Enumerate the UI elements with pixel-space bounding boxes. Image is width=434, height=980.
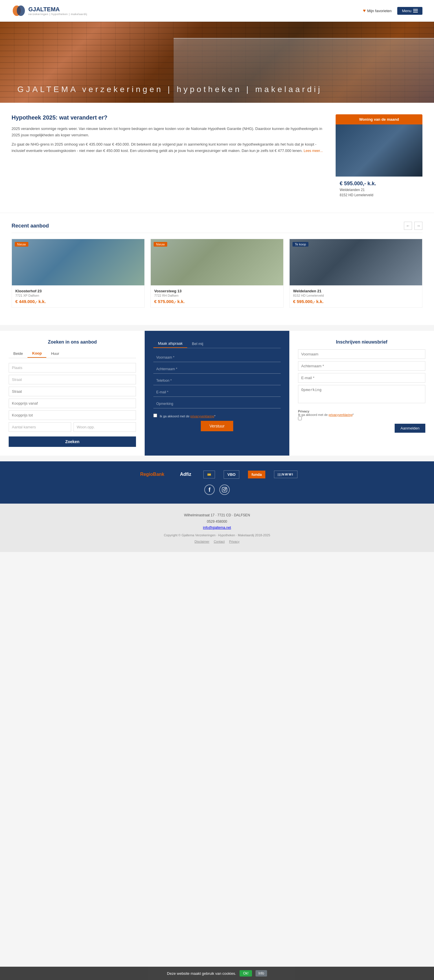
featured-city: 8152 HD Lemelerveld: [340, 193, 418, 197]
appt-phone[interactable]: [153, 376, 281, 385]
property-card-3[interactable]: Te koop Weldelanden 21 8152 HD Lemelerve…: [289, 239, 423, 308]
property-badge-2: Nieuw: [154, 242, 167, 247]
instagram-icon[interactable]: [219, 485, 230, 495]
favorites-link[interactable]: ♥ Mijn favorieten: [363, 8, 391, 13]
appt-firstname[interactable]: [153, 353, 281, 362]
newsletter-box: Inschrijven nieuwsbrief Privacy Ik ga ak…: [289, 331, 434, 455]
logo-icon: [11, 3, 26, 18]
nav-arrows: ← →: [404, 222, 423, 230]
recent-title: Recent aanbod: [11, 223, 49, 229]
search-tabs: Beide Koop Huur: [9, 349, 136, 358]
newsletter-note[interactable]: [298, 385, 425, 403]
property-price-2: € 575.000,- k.k.: [154, 299, 280, 304]
newsletter-privacy: Privacy Ik ga akkoord met de privacyverk…: [298, 410, 425, 421]
facebook-icon[interactable]: f: [204, 485, 215, 495]
hero-image: GJALTEMA verzekeringen | hypotheken | ma…: [0, 22, 434, 103]
property-image-3: Te koop: [289, 239, 422, 285]
appt-tab-afspraak[interactable]: Maak afspraak: [153, 339, 187, 348]
newsletter-privacy-desc: Ik ga akkoord met de: [298, 413, 329, 417]
newsletter-privacy-link[interactable]: privacyverklaring: [329, 413, 353, 417]
appt-submit-button[interactable]: Verstuur: [201, 421, 233, 431]
search-button[interactable]: Zoeken: [9, 436, 136, 447]
menu-icon: [413, 9, 418, 13]
property-info-1: Kloosterhof 23 7721 XP Dalfsen € 449.000…: [12, 285, 145, 307]
appt-tab-bel[interactable]: Bel mij: [187, 339, 208, 348]
featured-price: € 595.000,- k.k.: [340, 181, 418, 187]
read-more-link[interactable]: Lees meer...: [304, 149, 323, 153]
featured-info: € 595.000,- k.k. Weldelanden 21 8152 HD …: [335, 177, 423, 201]
property-card-2[interactable]: Nieuw Vossersteeg 13 7722 RH Dalfsen € 5…: [151, 239, 283, 308]
svg-point-1: [17, 5, 25, 16]
featured-property[interactable]: Woning van de maand € 595.000,- k.k. Wel…: [335, 115, 423, 201]
property-image-2: Nieuw: [151, 239, 283, 285]
menu-button[interactable]: Menu: [397, 7, 423, 15]
appt-note[interactable]: [153, 399, 281, 408]
newsletter-submit[interactable]: Aanmelden: [395, 424, 425, 433]
heart-icon: ♥: [363, 8, 366, 13]
search-row: Aantal kamers Woon.opp.: [9, 422, 136, 434]
partner-funda: funda: [248, 471, 265, 479]
search-street-input[interactable]: [9, 387, 136, 396]
newsletter-lastname[interactable]: [298, 361, 425, 371]
property-card-1[interactable]: Nieuw Kloosterhof 23 7721 XP Dalfsen € 4…: [11, 239, 145, 308]
search-price-to[interactable]: [9, 410, 136, 420]
featured-image: [335, 124, 423, 177]
article-body1: 2025 veranderen sommige regels weer. Van…: [11, 126, 327, 138]
partner-regiobank: RegioBank: [137, 470, 168, 479]
featured-card[interactable]: Woning van de maand € 595.000,- k.k. Wel…: [335, 115, 423, 201]
partner-card: 💳: [203, 471, 215, 479]
search-box: Zoeken in ons aanbod Beide Koop Huur Pla…: [0, 331, 145, 455]
property-price-3: € 595.000,- k.k.: [293, 299, 419, 304]
featured-badge: Woning van de maand: [335, 115, 423, 124]
next-arrow[interactable]: →: [414, 222, 423, 230]
newsletter-email[interactable]: [298, 373, 425, 383]
article-body2: Zo gaat de NHG-grens in 2025 omhoog van …: [11, 141, 327, 154]
newsletter-firstname[interactable]: [298, 349, 425, 359]
hero-section: GJALTEMA verzekeringen | hypotheken | ma…: [0, 22, 434, 103]
search-place[interactable]: Plaats: [9, 363, 136, 372]
footer-street: Wilhelminastraat 17 · 7721 CD · DALFSEN: [184, 513, 250, 517]
partners-logos: RegioBank Adfiz 💳 VBO funda |||NWWI: [11, 470, 423, 479]
logo-name: GJALTEMA: [29, 6, 87, 13]
footer-email[interactable]: info@gjaltema.net: [203, 526, 231, 530]
search-title: Zoeken in ons aanbod: [9, 339, 136, 345]
footer-contact[interactable]: Contact: [214, 540, 225, 543]
search-tab-huur[interactable]: Huur: [46, 349, 64, 358]
search-tab-beide[interactable]: Beide: [9, 349, 27, 358]
content-section: Hypotheek 2025: wat verandert er? 2025 v…: [0, 103, 434, 213]
svg-point-3: [224, 489, 226, 491]
newsletter-privacy-label: Privacy: [298, 410, 309, 413]
search-street[interactable]: Straat: [9, 375, 136, 384]
search-rooms[interactable]: Aantal kamers: [9, 422, 71, 432]
property-badge-3: Te koop: [293, 242, 308, 247]
property-name-2: Vossersteeg 13: [154, 289, 280, 293]
newsletter-checkbox[interactable]: [298, 417, 302, 420]
property-price-1: € 449.000,- k.k.: [15, 299, 141, 304]
property-city-2: 7722 RH Dalfsen: [154, 294, 280, 297]
appt-lastname[interactable]: [153, 364, 281, 374]
search-tab-koop[interactable]: Koop: [27, 349, 46, 358]
partners-section: RegioBank Adfiz 💳 VBO funda |||NWWI f: [0, 461, 434, 504]
appointment-box: Maak afspraak Bel mij Ik ga akkoord met …: [145, 331, 289, 455]
footer-privacy[interactable]: Privacy: [229, 540, 240, 543]
partner-nwwi: |||NWWI: [274, 471, 297, 478]
footer-phone: 0529 458000: [207, 520, 227, 523]
search-type[interactable]: Woon.opp.: [73, 422, 136, 432]
favorites-label: Mijn favorieten: [367, 9, 392, 13]
property-badge-1: Nieuw: [15, 242, 29, 247]
appt-email[interactable]: [153, 388, 281, 397]
appt-checkbox[interactable]: [153, 414, 157, 417]
footer-disclaimer[interactable]: Disclaimer: [194, 540, 209, 543]
logo-subtitle: verzekeringen | hypotheken | makelaardij: [29, 13, 87, 16]
search-price-from[interactable]: [9, 399, 136, 408]
appt-privacy-link[interactable]: privacyverklaring: [191, 414, 215, 418]
menu-label: Menu: [402, 9, 412, 13]
footer: Wilhelminastraat 17 · 7721 CD · DALFSEN …: [0, 504, 434, 552]
logo[interactable]: GJALTEMA verzekeringen | hypotheken | ma…: [11, 3, 87, 18]
article-title: Hypotheek 2025: wat verandert er?: [11, 115, 327, 121]
prev-arrow[interactable]: ←: [404, 222, 412, 230]
footer-copyright: Copyright © Gjaltema Verzekeringen · Hyp…: [11, 533, 423, 537]
appt-tabs: Maak afspraak Bel mij: [153, 339, 281, 348]
header-right: ♥ Mijn favorieten Menu: [363, 7, 423, 15]
property-city-1: 7721 XP Dalfsen: [15, 294, 141, 297]
